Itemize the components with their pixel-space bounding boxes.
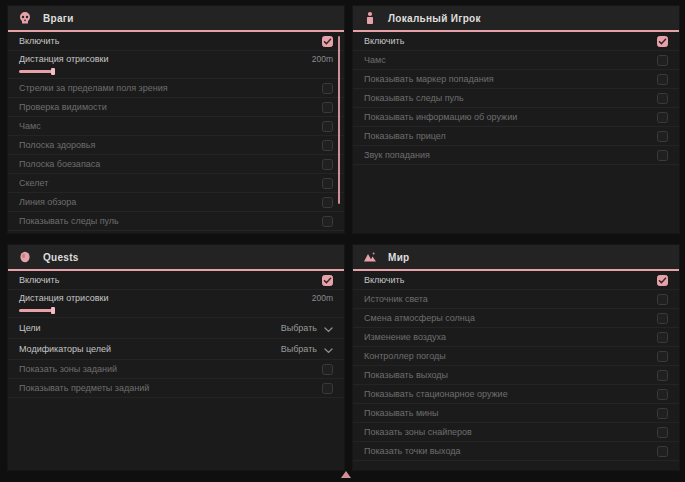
checkbox-unchecked[interactable] bbox=[322, 178, 333, 189]
slider-track[interactable] bbox=[19, 68, 149, 75]
checkbox-unchecked[interactable] bbox=[657, 294, 668, 305]
setting-label: Показывать мины bbox=[364, 408, 439, 418]
slider-handle[interactable] bbox=[51, 307, 55, 314]
setting-row: Показывать стационарное оружие bbox=[353, 385, 679, 404]
checkbox-checked[interactable] bbox=[322, 275, 333, 286]
panel-local-player-header: Локальный Игрок bbox=[353, 6, 679, 32]
checkbox-unchecked[interactable] bbox=[657, 427, 668, 438]
slider-row-header: Дистанция отрисовки200m bbox=[19, 54, 333, 64]
setting-row: Полоска боезапаса bbox=[8, 155, 344, 174]
setting-row: Показывать информацию об оружии bbox=[353, 108, 679, 127]
setting-row: Показать зоны снайперов bbox=[353, 423, 679, 442]
setting-row: Показывать следы пуль bbox=[8, 212, 344, 231]
setting-row: Источник света bbox=[353, 290, 679, 309]
panel-world-header: Мир bbox=[353, 245, 679, 271]
slider-handle[interactable] bbox=[51, 68, 55, 75]
setting-label: Источник света bbox=[364, 294, 428, 304]
setting-label: Дистанция отрисовки bbox=[19, 54, 109, 64]
setting-label: Полоска боезапаса bbox=[19, 159, 100, 169]
setting-row: Модификаторы целейВыбрать bbox=[8, 339, 344, 360]
checkbox-unchecked[interactable] bbox=[322, 197, 333, 208]
setting-row: Проверка видимости bbox=[8, 98, 344, 117]
mod-menu-screen: Враги ВключитьДистанция отрисовки200mСтр… bbox=[0, 0, 685, 482]
setting-label: Полоска здоровья bbox=[19, 140, 95, 150]
setting-row: Показывать маркер попадания bbox=[353, 70, 679, 89]
setting-label: Показать точки выхода bbox=[364, 446, 460, 456]
checkbox-unchecked[interactable] bbox=[322, 83, 333, 94]
checkbox-unchecked[interactable] bbox=[657, 55, 668, 66]
checkbox-unchecked[interactable] bbox=[322, 121, 333, 132]
checkbox-unchecked[interactable] bbox=[322, 102, 333, 113]
dropdown-value: Выбрать bbox=[281, 344, 317, 354]
checkbox-unchecked[interactable] bbox=[322, 159, 333, 170]
mountains-icon bbox=[363, 250, 377, 264]
quest-icon bbox=[18, 250, 32, 264]
checkbox-checked[interactable] bbox=[322, 36, 333, 47]
setting-label: Показывать предметы заданий bbox=[19, 383, 149, 393]
checkbox-unchecked[interactable] bbox=[657, 112, 668, 123]
setting-label: Чамс bbox=[364, 55, 386, 65]
checkbox-checked[interactable] bbox=[657, 36, 668, 47]
panel-title: Локальный Игрок bbox=[388, 13, 481, 24]
slider-row-header: Дистанция отрисовки200m bbox=[19, 293, 333, 303]
checkbox-unchecked[interactable] bbox=[657, 332, 668, 343]
slider-track[interactable] bbox=[19, 307, 149, 314]
setting-row: Показывать прицел bbox=[353, 127, 679, 146]
checkbox-unchecked[interactable] bbox=[657, 370, 668, 381]
checkbox-unchecked[interactable] bbox=[657, 74, 668, 85]
setting-row: Включить bbox=[8, 271, 344, 290]
checkbox-unchecked[interactable] bbox=[657, 351, 668, 362]
setting-label: Контроллер погоды bbox=[364, 351, 446, 361]
panel-title: Враги bbox=[43, 13, 74, 24]
slider-fill bbox=[19, 309, 52, 312]
dropdown[interactable]: Выбрать bbox=[281, 340, 333, 358]
setting-label: Стрелки за пределами поля зрения bbox=[19, 83, 168, 93]
setting-label: Включить bbox=[364, 275, 404, 285]
setting-label: Смена атмосферы солнца bbox=[364, 313, 475, 323]
checkbox-unchecked[interactable] bbox=[657, 313, 668, 324]
setting-row: ЦелиВыбрать bbox=[8, 318, 344, 339]
setting-row: Дистанция отрисовки200m bbox=[8, 290, 344, 318]
panel-local-player: Локальный Игрок ВключитьЧамсПоказывать м… bbox=[353, 6, 679, 233]
chevron-down-icon bbox=[324, 340, 333, 358]
setting-row: Показывать мины bbox=[353, 404, 679, 423]
setting-row: Линия обзора bbox=[8, 193, 344, 212]
setting-label: Скелет bbox=[19, 178, 48, 188]
checkbox-unchecked[interactable] bbox=[657, 389, 668, 400]
setting-label: Чамс bbox=[19, 121, 41, 131]
checkbox-unchecked[interactable] bbox=[322, 383, 333, 394]
setting-row: Показывать следы пуль bbox=[353, 89, 679, 108]
setting-row: Изменение воздуха bbox=[353, 328, 679, 347]
checkbox-unchecked[interactable] bbox=[657, 408, 668, 419]
setting-label: Показывать выходы bbox=[364, 370, 448, 380]
setting-label: Включить bbox=[364, 36, 404, 46]
panel-local-player-rows: ВключитьЧамсПоказывать маркер попаданияП… bbox=[353, 32, 679, 165]
panel-quests-header: Quests bbox=[8, 245, 344, 271]
checkbox-unchecked[interactable] bbox=[322, 364, 333, 375]
panel-title: Мир bbox=[388, 252, 410, 263]
scrollbar[interactable] bbox=[338, 36, 340, 204]
checkbox-unchecked[interactable] bbox=[322, 140, 333, 151]
slider-value: 200m bbox=[312, 54, 333, 64]
panel-world: Мир ВключитьИсточник светаСмена атмосфер… bbox=[353, 245, 679, 470]
up-triangle-marker bbox=[341, 471, 351, 478]
person-icon bbox=[363, 11, 377, 25]
setting-label: Показывать прицел bbox=[364, 131, 446, 141]
checkbox-unchecked[interactable] bbox=[657, 131, 668, 142]
checkbox-checked[interactable] bbox=[657, 275, 668, 286]
setting-label: Изменение воздуха bbox=[364, 332, 446, 342]
checkbox-unchecked[interactable] bbox=[657, 446, 668, 457]
setting-row: Полоска здоровья bbox=[8, 136, 344, 155]
setting-row: Показывать выходы bbox=[353, 366, 679, 385]
setting-row: Включить bbox=[353, 271, 679, 290]
checkbox-unchecked[interactable] bbox=[657, 93, 668, 104]
checkbox-unchecked[interactable] bbox=[322, 216, 333, 227]
setting-label: Показывать следы пуль bbox=[19, 216, 119, 226]
dropdown-value: Выбрать bbox=[281, 323, 317, 333]
panel-enemies-header: Враги bbox=[8, 6, 344, 32]
setting-label: Показывать стационарное оружие bbox=[364, 389, 508, 399]
setting-label: Включить bbox=[19, 36, 59, 46]
checkbox-unchecked[interactable] bbox=[657, 150, 668, 161]
dropdown[interactable]: Выбрать bbox=[281, 319, 333, 337]
setting-label: Показывать следы пуль bbox=[364, 93, 464, 103]
